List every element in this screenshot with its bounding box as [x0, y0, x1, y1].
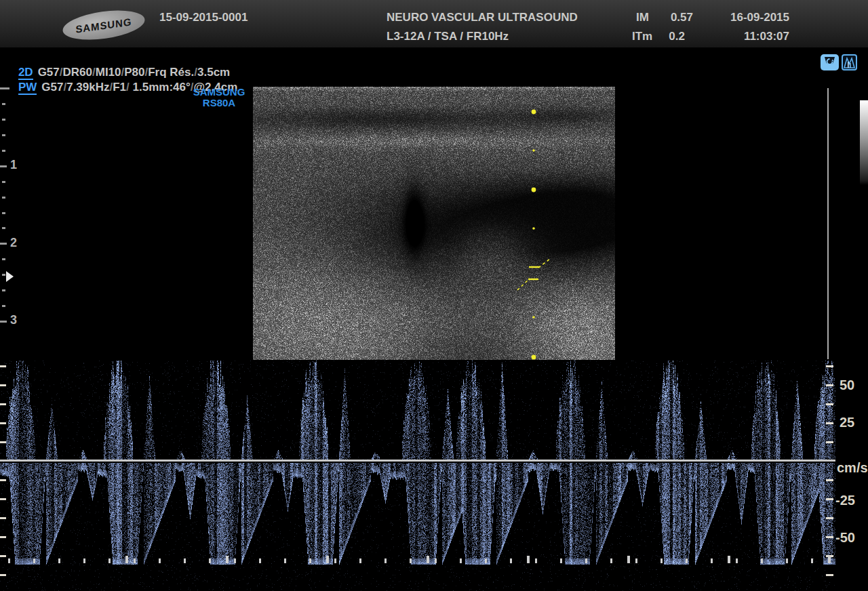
brand-make: SAMSUNG [182, 87, 256, 98]
mi-value: 0.57 [671, 11, 693, 24]
velocity-unit-label: cm/s [837, 460, 868, 476]
depth-tick [2, 227, 5, 229]
samsung-logo: SAMSUNG [61, 6, 146, 45]
pw-sample-line[interactable] [253, 87, 615, 361]
ultrasound-screen: SAMSUNG 15-09-2015-0001 NEURO VASCULAR U… [0, 0, 868, 591]
depth-tick [2, 258, 5, 260]
mode-pw-label: PW [18, 81, 37, 95]
exam-date: 16-09-2015 [716, 11, 789, 24]
probe-orientation-icon[interactable] [821, 54, 839, 70]
dual-display-icon[interactable] [842, 54, 857, 70]
depth-tick [0, 87, 9, 89]
depth-label: 2 [10, 236, 17, 250]
header-bar: SAMSUNG 15-09-2015-0001 NEURO VASCULAR U… [0, 0, 868, 47]
velocity-scale-label: 25 [840, 415, 854, 430]
depth-tick [2, 289, 5, 291]
patient-id: 15-09-2015-0001 [159, 11, 248, 24]
depth-tick [0, 165, 7, 167]
depth-tick [2, 197, 5, 199]
depth-tick [2, 134, 5, 136]
param-segment: 7.39kHz [66, 81, 109, 94]
velocity-scale-label: -25 [835, 493, 855, 508]
depth-tick [2, 103, 5, 105]
grayscale-map-bar [860, 100, 868, 185]
brand-model: RS80A [182, 98, 256, 108]
depth-tick [0, 321, 7, 323]
velocity-scale-label: -50 [835, 530, 855, 546]
thermal-index: ITm 0.2 [632, 30, 685, 43]
exam-time: 11:03:07 [716, 30, 789, 43]
depth-tick [2, 181, 5, 183]
mechanical-index: IM 0.57 [636, 11, 693, 24]
focus-marker-icon [6, 271, 14, 282]
depth-label: 3 [10, 313, 17, 327]
depth-label: 1 [10, 158, 17, 172]
system-branding: SAMSUNG RS80A [182, 87, 256, 108]
velocity-scale-label: 50 [840, 378, 854, 393]
depth-tick [2, 274, 5, 276]
depth-tick [0, 243, 7, 245]
study-title: NEURO VASCULAR ULTRASOUND [387, 11, 578, 24]
tim-value: 0.2 [669, 30, 685, 43]
mline-indicator [827, 88, 829, 359]
probe-info: L3-12A / TSA / FR10Hz [387, 30, 509, 43]
depth-tick [2, 305, 5, 307]
spectral-doppler-trace [0, 361, 835, 591]
param-segment: G57 [41, 81, 63, 94]
depth-tick [2, 119, 5, 121]
param-segment: F1 [113, 81, 126, 94]
depth-tick [2, 212, 5, 214]
samsung-logo-text: SAMSUNG [75, 16, 132, 35]
tim-label: ITm [632, 30, 652, 43]
mi-label: IM [636, 11, 649, 24]
depth-tick [2, 150, 5, 152]
